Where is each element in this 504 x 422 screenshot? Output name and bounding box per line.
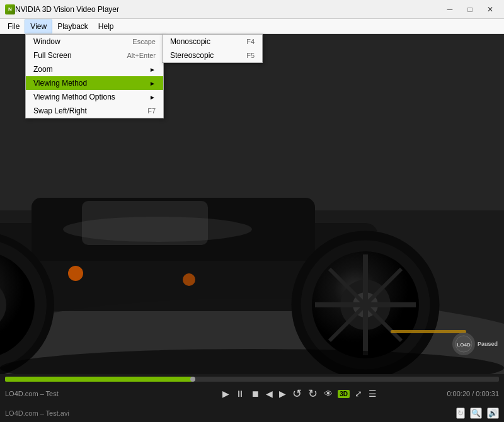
loop-button[interactable]: ↻ — [456, 408, 465, 419]
view-menu-dropdown: Window Escape Full Screen Alt+Enter Zoom… — [25, 34, 164, 118]
app-icon: N — [5, 4, 15, 14]
menu-fullscreen[interactable]: Full Screen Alt+Enter — [26, 48, 163, 62]
time-display: 0:00:20 / 0:00:31 — [447, 390, 499, 397]
track-title: LO4D.com – Test — [5, 390, 152, 397]
nvidia-logo: LO4D — [452, 333, 475, 355]
maximize-button[interactable]: □ — [461, 3, 479, 16]
3d-button[interactable]: 3D — [338, 390, 350, 398]
viewing-method-submenu: Monoscopic F4 Stereoscopic F5 — [162, 34, 263, 63]
volume-button[interactable]: 🔊 — [487, 408, 499, 419]
window-title: NVIDIA 3D Vision Video Player — [15, 5, 441, 14]
title-bar: N NVIDIA 3D Vision Video Player ─ □ ✕ — [0, 0, 504, 19]
menu-viewing-method-options[interactable]: Viewing Method Options ► — [26, 90, 163, 104]
menu-monoscopic[interactable]: Monoscopic F4 — [163, 35, 262, 48]
rewind-button[interactable]: ↺ — [291, 387, 303, 401]
progress-fill — [5, 377, 193, 382]
menu-viewing-method[interactable]: Viewing Method ► — [26, 76, 163, 90]
watermark-text: Paused — [478, 341, 498, 347]
menu-window[interactable]: Window Escape — [26, 35, 163, 48]
eye-button[interactable]: 👁 — [323, 389, 334, 399]
menu-playback[interactable]: Playback — [52, 20, 93, 33]
bottom-info-row: LO4D.com – Test.avi ↻ 🔍 🔊 — [0, 405, 504, 422]
menu-view[interactable]: View — [25, 20, 52, 33]
zoom-search-button[interactable]: 🔍 — [470, 408, 482, 419]
controls-area: LO4D.com – Test ▶ ⏸ ⏹ ◀ ▶ ↺ ↻ 👁 3D ⤢ ☰ 0… — [0, 374, 504, 422]
menu-file[interactable]: File — [3, 20, 25, 33]
menu-stereoscopic[interactable]: Stereoscopic F5 — [163, 48, 262, 62]
playlist-button[interactable]: ☰ — [367, 389, 378, 399]
menu-bar: File View Playback Help — [0, 19, 504, 34]
menu-help[interactable]: Help — [93, 20, 119, 33]
fullscreen-button[interactable]: ⤢ — [353, 389, 364, 399]
progress-bar[interactable] — [5, 377, 499, 382]
stop-button[interactable]: ⏹ — [249, 389, 261, 399]
menu-swap-lr[interactable]: Swap Left/Right F7 — [26, 104, 163, 118]
svg-point-8 — [68, 266, 83, 281]
bottom-controls: ↻ 🔍 🔊 — [456, 408, 499, 419]
svg-text:LO4D: LO4D — [457, 342, 471, 348]
fastforward-button[interactable]: ↻ — [307, 387, 319, 401]
menu-zoom[interactable]: Zoom ► — [26, 62, 163, 76]
playback-controls-row: LO4D.com – Test ▶ ⏸ ⏹ ◀ ▶ ↺ ↻ 👁 3D ⤢ ☰ 0… — [0, 383, 504, 405]
pause-button[interactable]: ⏸ — [234, 389, 246, 399]
svg-point-9 — [183, 273, 195, 286]
window-controls: ─ □ ✕ — [441, 3, 499, 16]
playback-buttons: ▶ ⏸ ⏹ ◀ ▶ ↺ ↻ 👁 3D ⤢ ☰ — [152, 387, 447, 401]
progress-thumb — [190, 377, 195, 382]
prev-button[interactable]: ◀ — [265, 389, 274, 399]
nvidia-watermark: LO4D Paused — [452, 333, 498, 355]
filename: LO4D.com – Test.avi — [5, 409, 456, 417]
close-button[interactable]: ✕ — [481, 3, 499, 16]
svg-rect-7 — [82, 201, 208, 245]
play-button[interactable]: ▶ — [221, 389, 231, 399]
minimize-button[interactable]: ─ — [441, 3, 459, 16]
next-button[interactable]: ▶ — [278, 389, 287, 399]
